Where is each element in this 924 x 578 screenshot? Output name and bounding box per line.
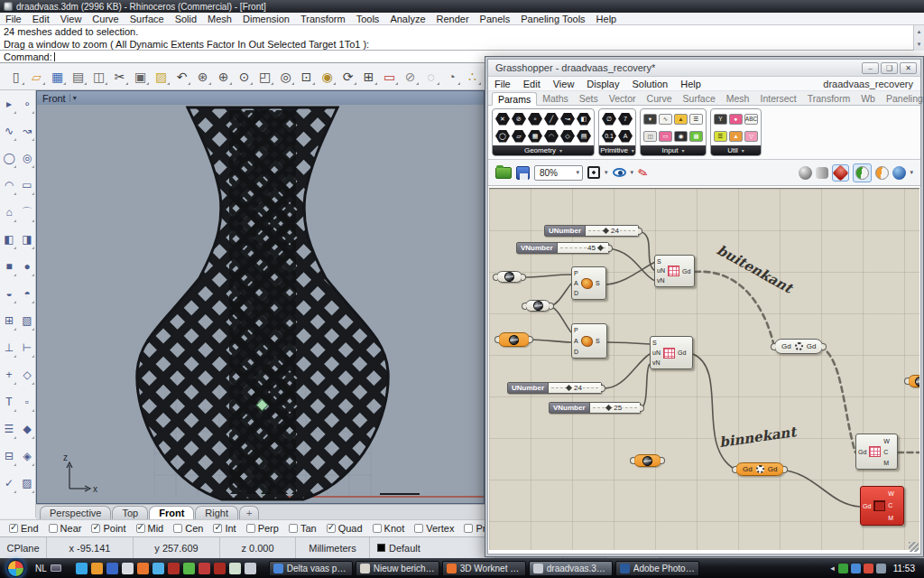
osnap-checkbox[interactable]	[414, 524, 423, 533]
rhino-menu-item[interactable]: View	[55, 14, 88, 24]
rhino-menu-item[interactable]: Panels	[475, 14, 516, 24]
tab-perspective[interactable]: Perspective	[40, 506, 111, 519]
resize-grip[interactable]	[909, 542, 919, 552]
osnap-toggle[interactable]: Knot	[373, 523, 405, 534]
messenger-icon[interactable]	[76, 563, 88, 574]
grasshopper-category-tab[interactable]: Params	[492, 92, 537, 106]
chart-icon[interactable]: ▲	[674, 114, 688, 125]
language-indicator[interactable]: NL	[35, 564, 47, 573]
surface-icon[interactable]: ◧	[0, 226, 18, 253]
rhino-menu-item[interactable]: File	[0, 14, 27, 24]
text-icon[interactable]: T	[0, 388, 18, 415]
grasshopper-category-tab[interactable]: Surface	[678, 91, 721, 105]
preview-selected-icon[interactable]	[875, 166, 889, 180]
osnap-checkbox[interactable]	[173, 524, 182, 533]
osnap-checkbox[interactable]	[289, 524, 298, 533]
viewport-titlebar[interactable]: Front ▾	[37, 91, 484, 105]
rhino-menu-item[interactable]: Transform	[295, 14, 351, 24]
open-document-icon[interactable]	[495, 167, 512, 179]
no-preview-icon[interactable]	[799, 166, 812, 180]
osnap-checkbox[interactable]	[91, 524, 100, 533]
grasshopper-category-tab[interactable]: Maths	[537, 91, 574, 105]
zoom-selected-icon[interactable]: ◉	[317, 67, 337, 87]
polygon-icon[interactable]: ⌂	[0, 199, 18, 226]
sphere-icon[interactable]: ●	[18, 253, 36, 280]
unumber-slider-2[interactable]: UNumber 24	[507, 382, 602, 394]
trim-icon[interactable]: ▧	[18, 307, 36, 334]
history-icon[interactable]: ◔	[441, 67, 462, 87]
diamond-icon[interactable]	[245, 563, 256, 574]
osnap-toggle[interactable]: Perp	[246, 523, 279, 534]
hide-object-icon[interactable]: ⊘	[400, 67, 420, 87]
rhino-menu-item[interactable]: Paneling Tools	[515, 14, 590, 24]
rhino-menu-item[interactable]: Help	[591, 14, 623, 24]
brep-param-icon[interactable]: ◯	[495, 130, 510, 143]
preview-on-icon[interactable]	[853, 163, 872, 182]
export-icon[interactable]: ◫	[88, 67, 109, 87]
geometry-param-capsule-2[interactable]	[525, 300, 550, 312]
osnap-checkbox[interactable]	[464, 524, 473, 533]
unumber-slider-1[interactable]: UNumber 24	[544, 225, 639, 237]
open-file-icon[interactable]: ▱	[26, 67, 47, 87]
geometry-param-capsule-orange[interactable]	[633, 454, 661, 467]
tab-top[interactable]: Top	[112, 506, 148, 519]
knob-icon[interactable]: ◉	[674, 131, 688, 142]
twisted-box-param-icon[interactable]: ▤	[577, 130, 591, 143]
surface-component-1[interactable]: P A D S	[571, 266, 606, 300]
print-icon[interactable]: ▤	[68, 67, 88, 87]
viewport-layout-icon[interactable]: ⊞	[358, 67, 379, 87]
points-on-icon[interactable]: ∴	[462, 67, 483, 87]
grasshopper-category-tab[interactable]: Curve	[642, 91, 678, 105]
point-icon[interactable]: ∘	[18, 90, 36, 117]
red-cube-icon[interactable]	[214, 563, 226, 574]
antivirus-tray-icon[interactable]	[838, 564, 848, 573]
slider-grip[interactable]	[597, 245, 604, 251]
task-draadvaas[interactable]: draadvaas.3dm (2...	[529, 561, 613, 576]
viewport-menu-chevron-icon[interactable]: ▾	[69, 94, 77, 102]
vnumber-slider-1[interactable]: VNumber 45	[516, 242, 609, 254]
plane-param-icon[interactable]: ▱	[512, 130, 526, 143]
save-document-icon[interactable]	[516, 166, 530, 180]
osnap-toggle[interactable]: Mid	[136, 523, 164, 534]
word-icon[interactable]	[199, 563, 210, 574]
network-tray-icon[interactable]	[876, 564, 886, 573]
firefox-icon[interactable]	[137, 563, 149, 574]
sketch-pen-icon[interactable]: ✎	[636, 164, 649, 180]
curve-param-icon[interactable]: ⊘	[512, 113, 526, 126]
arc-icon[interactable]: ◠	[0, 172, 18, 199]
preview-eye-icon[interactable]	[613, 168, 626, 177]
grasshopper-menu-item[interactable]: Help	[674, 79, 707, 89]
select-icon[interactable]: ▸	[0, 90, 18, 117]
task-nieuw-bericht[interactable]: Nieuw bericht: D...	[356, 561, 439, 576]
zoom-icon[interactable]: ⊙	[234, 67, 254, 87]
point-param-icon[interactable]: ∘	[528, 113, 542, 126]
spline-param-icon[interactable]: ↝	[560, 113, 575, 126]
osnap-checkbox[interactable]	[136, 524, 145, 533]
circle-icon[interactable]: ◯	[0, 144, 18, 172]
number-param-icon[interactable]: 0.1	[602, 130, 616, 143]
slider-grip[interactable]	[603, 228, 609, 234]
colour-swatch-icon[interactable]: ▦	[689, 131, 703, 142]
grasshopper-category-tab[interactable]: Mesh	[721, 91, 755, 105]
grasshopper-menu-item[interactable]: Edit	[517, 79, 547, 89]
slider-grip[interactable]	[605, 405, 612, 411]
data-recorder-icon[interactable]: ☰	[714, 131, 727, 142]
boolean-icon[interactable]: ⊞	[0, 307, 18, 334]
close-button[interactable]: ✕	[900, 62, 917, 74]
surface-param-icon[interactable]: ◧	[577, 113, 591, 126]
landscape-icon[interactable]: ▲	[729, 131, 743, 142]
paste-icon[interactable]: ▨	[151, 67, 171, 87]
panel-icon[interactable]: ▭	[659, 131, 672, 142]
grasshopper-category-tab[interactable]: Wb	[855, 91, 881, 105]
maximize-button[interactable]: ❑	[881, 62, 898, 74]
rhino-menu-item[interactable]: Solid	[170, 14, 202, 24]
layer-indicator[interactable]: Default	[370, 537, 496, 558]
fillet-icon[interactable]: +	[0, 361, 18, 388]
hatch-icon[interactable]: ▨	[18, 470, 36, 497]
grasshopper-menu-item[interactable]: File	[488, 79, 517, 89]
grasshopper-titlebar[interactable]: Grasshopper - draadvaas_recovery* – ❑ ✕	[488, 60, 920, 77]
zoom-extents-icon[interactable]	[587, 166, 600, 179]
osnap-toggle[interactable]: Vertex	[414, 523, 454, 534]
osnap-checkbox[interactable]	[9, 524, 18, 533]
osnap-toggle[interactable]: Point	[91, 523, 125, 534]
